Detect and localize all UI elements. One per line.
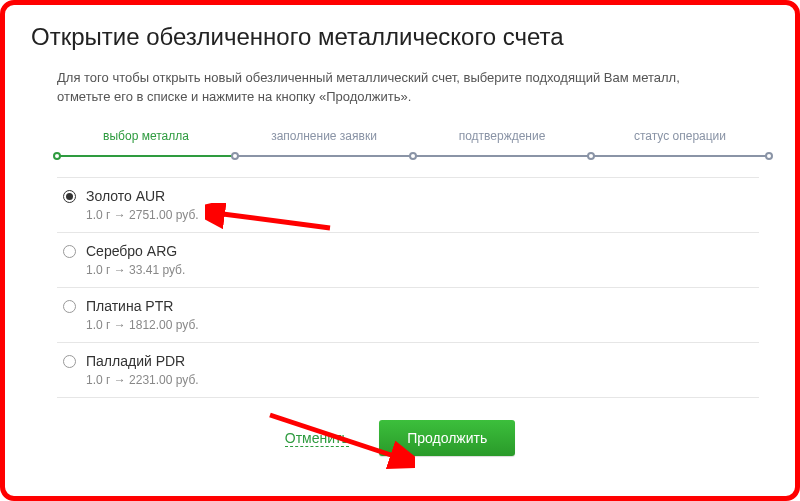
metal-name: Золото AUR [86,188,751,204]
step-status: статус операции [591,129,769,157]
page-title: Открытие обезличенного металлического сч… [31,23,769,51]
metal-rate: 1.0 г → 2751.00 руб. [86,208,751,222]
continue-button[interactable]: Продолжить [379,420,515,456]
app-frame: Открытие обезличенного металлического сч… [0,0,800,501]
metal-name: Платина PTR [86,298,751,314]
metal-rate: 1.0 г → 33.41 руб. [86,263,751,277]
radio-icon [63,300,76,313]
metal-option-platinum[interactable]: Платина PTR 1.0 г → 1812.00 руб. [57,288,759,343]
step-label: статус операции [634,129,726,143]
progress-stepper: выбор металла заполнение заявки подтверж… [57,129,769,157]
step-label: выбор металла [103,129,189,143]
metal-option-palladium[interactable]: Палладий PDR 1.0 г → 2231.00 руб. [57,343,759,398]
metal-name: Палладий PDR [86,353,751,369]
step-form-fill: заполнение заявки [235,129,413,157]
metal-name: Серебро ARG [86,243,751,259]
metal-list: Золото AUR 1.0 г → 2751.00 руб. Серебро … [57,177,759,398]
metal-rate: 1.0 г → 1812.00 руб. [86,318,751,332]
cancel-link[interactable]: Отменить [285,430,349,447]
step-label: подтверждение [459,129,546,143]
step-label: заполнение заявки [271,129,377,143]
radio-icon [63,245,76,258]
radio-icon [63,355,76,368]
action-bar: Отменить Продолжить [31,420,769,456]
instructions-text: Для того чтобы открыть новый обезличенны… [57,69,697,107]
radio-icon [63,190,76,203]
metal-option-gold[interactable]: Золото AUR 1.0 г → 2751.00 руб. [57,177,759,233]
step-confirm: подтверждение [413,129,591,157]
metal-rate: 1.0 г → 2231.00 руб. [86,373,751,387]
metal-option-silver[interactable]: Серебро ARG 1.0 г → 33.41 руб. [57,233,759,288]
step-metal-select: выбор металла [57,129,235,157]
